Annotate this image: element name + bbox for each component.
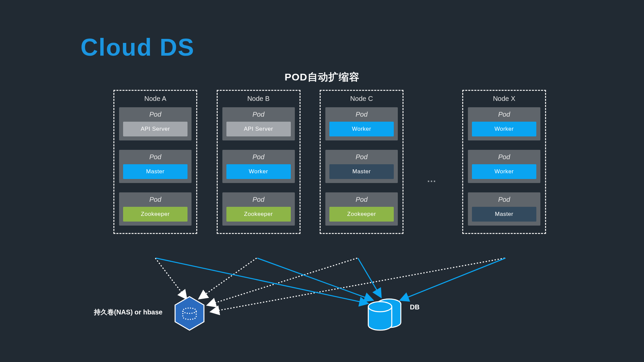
node-a-title: Node A: [119, 95, 192, 103]
node-c-pod2-svc: Master: [329, 164, 394, 179]
node-x-pod-1: Pod Worker: [468, 107, 540, 140]
node-c-pod-3: Pod Zookeeper: [325, 192, 398, 226]
node-c-pod1-svc: Worker: [329, 122, 394, 136]
svg-line-6: [358, 258, 381, 297]
node-c-pod-2: Pod Master: [325, 150, 398, 183]
nodes-row: Node A Pod API Server Pod Master Pod Zoo…: [113, 90, 546, 234]
pod-label: Pod: [468, 107, 540, 122]
ellipsis-text: …: [427, 174, 439, 184]
node-a-pod-3: Pod Zookeeper: [119, 192, 192, 226]
node-b-pod-3: Pod Zookeeper: [222, 192, 295, 226]
node-c: Node C Pod Worker Pod Master Pod Zookeep…: [320, 90, 404, 234]
pod-label: Pod: [119, 192, 192, 207]
svg-point-9: [183, 308, 196, 313]
node-b-pod2-svc: Worker: [226, 164, 291, 179]
pod-label: Pod: [222, 192, 295, 207]
node-c-pod3-svc: Zookeeper: [329, 207, 394, 222]
pod-label: Pod: [325, 107, 398, 122]
pod-label: Pod: [222, 150, 295, 164]
node-b: Node B Pod API Server Pod Worker Pod Zoo…: [217, 90, 301, 234]
svg-line-2: [208, 258, 357, 305]
slide-title: Cloud DS: [80, 34, 195, 61]
pod-label: Pod: [119, 150, 192, 164]
pod-label: Pod: [468, 150, 540, 164]
node-c-title: Node C: [325, 95, 398, 103]
slide-subtitle: POD自动扩缩容: [284, 70, 359, 84]
node-a-pod3-svc: Zookeeper: [123, 207, 187, 222]
node-b-pod1-svc: API Server: [226, 122, 291, 136]
node-b-title: Node B: [222, 95, 295, 103]
pod-label: Pod: [119, 107, 192, 122]
node-a-pod2-svc: Master: [123, 164, 187, 179]
node-x-pod1-svc: Worker: [472, 122, 536, 136]
svg-line-1: [200, 258, 257, 298]
node-x: Node X Pod Worker Pod Worker Pod Master: [462, 90, 546, 234]
svg-line-7: [401, 258, 505, 300]
node-x-pod-3: Pod Master: [468, 192, 540, 226]
node-a-pod1-svc: API Server: [123, 122, 187, 136]
node-b-pod-1: Pod API Server: [222, 107, 295, 140]
pod-label: Pod: [325, 150, 398, 164]
svg-line-4: [156, 258, 367, 303]
node-b-pod-2: Pod Worker: [222, 150, 295, 183]
pod-label: Pod: [222, 107, 295, 122]
pod-label: Pod: [468, 192, 540, 207]
node-a: Node A Pod API Server Pod Master Pod Zoo…: [113, 90, 197, 234]
node-x-title: Node X: [468, 95, 540, 103]
svg-line-5: [257, 258, 372, 300]
ellipsis: …: [423, 90, 443, 184]
svg-line-0: [155, 258, 186, 298]
node-a-pod-1: Pod API Server: [119, 107, 192, 140]
node-c-pod-1: Pod Worker: [325, 107, 398, 140]
storage-db-label: DB: [410, 303, 420, 311]
node-x-pod2-svc: Worker: [472, 164, 536, 179]
pod-label: Pod: [325, 192, 398, 207]
storage-nas-label: 持久卷(NAS) or hbase: [94, 308, 162, 317]
storage-nas-icon: [175, 297, 204, 330]
node-x-pod3-svc: Master: [472, 207, 536, 222]
node-x-pod-2: Pod Worker: [468, 150, 540, 183]
node-b-pod3-svc: Zookeeper: [226, 207, 291, 222]
svg-marker-8: [175, 297, 204, 330]
storage-db-icon: [368, 299, 401, 330]
node-a-pod-2: Pod Master: [119, 150, 192, 183]
svg-line-3: [211, 258, 505, 312]
